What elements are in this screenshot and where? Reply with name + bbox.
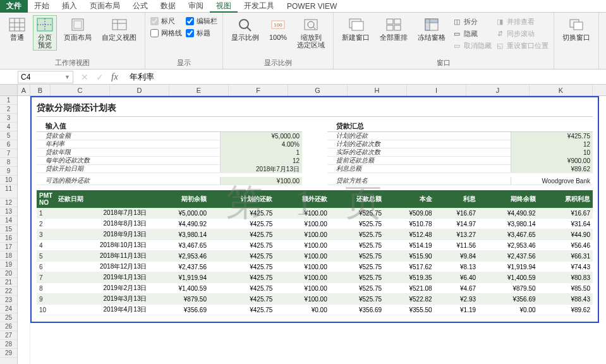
row-header-14[interactable]: 14 — [0, 216, 17, 225]
row-header-8[interactable]: 8 — [0, 158, 17, 167]
unhide-button[interactable]: ▭取消隐藏 — [452, 40, 492, 51]
row-header-9[interactable]: 9 — [0, 167, 17, 176]
row-header-25[interactable]: 25 — [0, 313, 17, 322]
col-header-K[interactable]: K — [530, 85, 593, 95]
row-header-20[interactable]: 20 — [0, 269, 17, 278]
row-header-7[interactable]: 7 — [0, 149, 17, 158]
row-header-1[interactable]: 1 — [0, 96, 17, 105]
kv-label: 贷款开始日期 — [37, 164, 220, 173]
table-row[interactable]: 12018年7月13日¥5,000.00¥425.75¥100.00¥525.7… — [37, 208, 593, 219]
gridlines-checkbox[interactable]: 网格线 — [150, 28, 182, 38]
col-header-H[interactable]: H — [348, 85, 407, 95]
table-row[interactable]: 52018年11月13日¥2,953.46¥425.75¥100.00¥525.… — [37, 251, 593, 262]
kv-label: 提前还款总额 — [327, 156, 511, 165]
arrange-all-button[interactable]: 全部重排 — [377, 15, 411, 43]
formulabar-checkbox[interactable]: 编辑栏 — [186, 16, 217, 26]
zoom-to-selection-button[interactable]: 缩放到 选定区域 — [294, 15, 328, 51]
col-header-I[interactable]: I — [407, 85, 466, 95]
tab-developer[interactable]: 开发工具 — [238, 0, 281, 13]
formula-input[interactable] — [126, 71, 606, 83]
pagebreak-preview-button[interactable]: 分页 预览 — [33, 15, 57, 51]
table-cell: 2018年10月13日 — [56, 240, 149, 251]
row-header-5[interactable]: 5 — [0, 131, 17, 140]
tab-formulas[interactable]: 公式 — [126, 0, 154, 13]
table-row[interactable]: 92019年3月13日¥879.50¥425.75¥100.00¥525.75¥… — [37, 294, 593, 305]
fx-icon[interactable]: fx — [111, 71, 118, 82]
table-row[interactable]: 102019年4月13日¥356.69¥425.75¥0.00¥356.69¥3… — [37, 305, 593, 315]
tab-home[interactable]: 开始 — [28, 0, 56, 13]
table-cell: ¥425.75 — [209, 240, 275, 251]
row-header-23[interactable]: 23 — [0, 296, 17, 305]
select-all-corner[interactable] — [0, 85, 18, 95]
row-header-2[interactable]: 2 — [0, 105, 17, 114]
row-header-26[interactable]: 26 — [0, 322, 17, 331]
row-header-15[interactable]: 15 — [0, 225, 17, 234]
table-row[interactable]: 32018年9月13日¥3,980.14¥425.75¥100.00¥525.7… — [37, 229, 593, 240]
new-window-button[interactable]: 新建窗口 — [339, 15, 373, 43]
col-header-B[interactable]: B — [30, 85, 51, 95]
row-header-19[interactable]: 19 — [0, 260, 17, 269]
row-header-13[interactable]: 13 — [0, 207, 17, 216]
tab-view[interactable]: 视图 — [210, 0, 238, 13]
table-row[interactable]: 42018年10月13日¥3,467.65¥425.75¥100.00¥525.… — [37, 240, 593, 251]
row-header-16[interactable]: 16 — [0, 234, 17, 243]
table-cell: ¥16.67 — [538, 208, 593, 219]
page-layout-view-button[interactable]: 页面布局 — [61, 15, 95, 43]
tab-data[interactable]: 数据 — [154, 0, 182, 13]
row-header-27[interactable]: 27 — [0, 331, 17, 340]
table-cell: ¥14.97 — [435, 219, 478, 229]
row-header-21[interactable]: 21 — [0, 278, 17, 287]
row-header-28[interactable]: 28 — [0, 340, 17, 349]
col-header-D[interactable]: D — [110, 85, 169, 95]
tab-review[interactable]: 审阅 — [182, 0, 210, 13]
row-header-24[interactable]: 24 — [0, 305, 17, 313]
row-header-3[interactable]: 3 — [0, 114, 17, 123]
col-header-F[interactable]: F — [229, 85, 288, 95]
enter-icon[interactable]: ✓ — [96, 72, 104, 82]
row-header-4[interactable]: 4 — [0, 123, 17, 131]
freeze-panes-button[interactable]: 冻结窗格 — [415, 15, 449, 43]
row-header-18[interactable]: 18 — [0, 252, 17, 260]
row-header-22[interactable]: 22 — [0, 287, 17, 296]
col-header-J[interactable]: J — [466, 85, 530, 95]
tab-file[interactable]: 文件 — [0, 0, 28, 13]
side-by-side-button[interactable]: ◨并排查看 — [495, 16, 548, 27]
row-header-17[interactable]: 17 — [0, 243, 17, 252]
cancel-icon[interactable]: ✕ — [81, 72, 88, 82]
sync-scroll-button[interactable]: ⇵同步滚动 — [495, 28, 548, 39]
col-header-G[interactable]: G — [288, 85, 348, 95]
table-cell: ¥525.75 — [330, 294, 384, 305]
table-row[interactable]: 22018年8月13日¥4,490.92¥425.75¥100.00¥525.7… — [37, 219, 593, 229]
row-header-6[interactable]: 6 — [0, 140, 17, 149]
name-box[interactable]: C4 ▼ — [18, 71, 73, 83]
table-row[interactable]: 82019年2月13日¥1,400.59¥425.75¥100.00¥525.7… — [37, 283, 593, 294]
switch-windows-button[interactable]: 切换窗口 — [559, 15, 593, 43]
tab-insert[interactable]: 插入 — [56, 0, 83, 13]
row-header-11[interactable]: 11 — [0, 185, 17, 198]
zoom-100-button[interactable]: 100 100% — [266, 15, 290, 43]
table-cell: ¥425.75 — [209, 262, 275, 272]
tab-powerview[interactable]: POWER VIEW — [281, 1, 343, 12]
custom-views-button[interactable]: 自定义视图 — [99, 15, 140, 43]
table-row[interactable]: 72019年1月13日¥1,919.94¥425.75¥100.00¥525.7… — [37, 272, 593, 283]
col-header-C[interactable]: C — [51, 85, 110, 95]
row-header-10[interactable]: 10 — [0, 176, 17, 185]
col-header-E[interactable]: E — [169, 85, 229, 95]
reset-pos-button[interactable]: ◱重设窗口位置 — [495, 40, 548, 51]
table-row[interactable]: 62018年12月13日¥2,437.56¥425.75¥100.00¥525.… — [37, 262, 593, 272]
table-cell: 8 — [37, 283, 56, 294]
hide-button[interactable]: ▭隐藏 — [452, 28, 492, 39]
row-header-29[interactable]: 29 — [0, 349, 17, 358]
chevron-down-icon[interactable]: ▼ — [64, 74, 70, 80]
normal-view-button[interactable]: 普通 — [5, 15, 29, 43]
split-button[interactable]: ◫拆分 — [452, 16, 492, 27]
col-header-A[interactable]: A — [18, 85, 30, 95]
optional-extra-row: 可选的额外还款 ¥100.00 — [37, 177, 302, 185]
worksheet-grid[interactable]: 1234567891011121314151617181920212223242… — [0, 96, 606, 364]
headings-checkbox[interactable]: 标题 — [186, 28, 217, 38]
tab-page-layout[interactable]: 页面布局 — [83, 0, 126, 13]
ruler-checkbox[interactable]: 标尺 — [150, 16, 182, 26]
zoom-button[interactable]: 显示比例 — [228, 15, 262, 43]
table-cell: 5 — [37, 251, 56, 262]
row-header-12[interactable]: 12 — [0, 198, 17, 207]
